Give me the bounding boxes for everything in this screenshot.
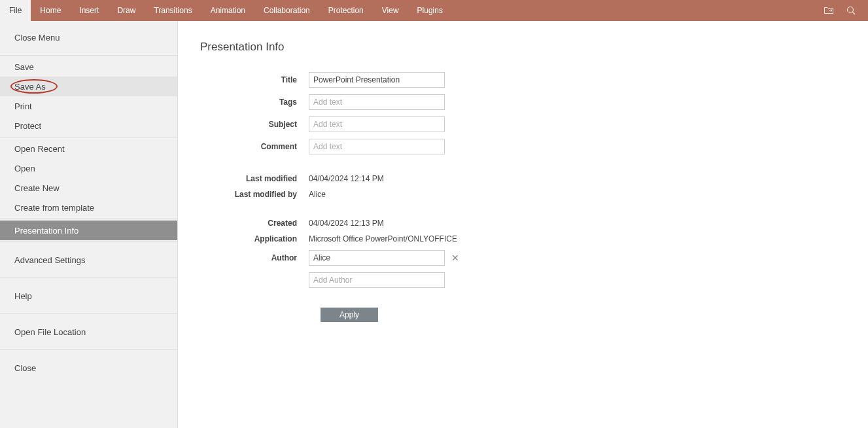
apply-button[interactable]: Apply: [321, 308, 378, 322]
ribbon-tab-insert[interactable]: Insert: [70, 0, 108, 21]
remove-author-icon[interactable]: ✕: [450, 253, 460, 263]
menu-presentation-info[interactable]: Presentation Info: [0, 221, 177, 240]
menu-create-from-template[interactable]: Create from template: [0, 198, 177, 217]
menu-save-as-label: Save As: [14, 82, 46, 92]
menu-print[interactable]: Print: [0, 96, 177, 116]
input-title[interactable]: [309, 72, 445, 88]
label-subject: Subject: [200, 120, 309, 129]
value-last-modified-by: Alice: [309, 190, 326, 199]
label-title: Title: [200, 75, 309, 84]
row-title: Title: [200, 72, 846, 88]
label-last-modified-by: Last modified by: [200, 190, 309, 199]
menu-separator: [0, 219, 177, 219]
menu-open[interactable]: Open: [0, 158, 177, 178]
label-application: Application: [200, 234, 309, 243]
ribbon-tab-file[interactable]: File: [0, 0, 31, 21]
row-last-modified-by: Last modified by Alice: [200, 190, 846, 199]
row-created: Created 04/04/2024 12:13 PM: [200, 219, 846, 228]
menu-protect[interactable]: Protect: [0, 116, 177, 135]
menu-open-file-location[interactable]: Open File Location: [0, 315, 177, 348]
label-comment: Comment: [200, 142, 309, 151]
input-comment[interactable]: [309, 139, 445, 154]
menu-separator: [0, 241, 177, 242]
ribbon: File Home Insert Draw Transitions Animat…: [0, 0, 868, 21]
value-last-modified: 04/04/2024 12:14 PM: [309, 174, 384, 183]
menu-advanced-settings[interactable]: Advanced Settings: [0, 243, 177, 276]
row-application: Application Microsoft Office PowerPoint/…: [200, 234, 846, 243]
svg-point-0: [848, 7, 854, 13]
row-author: Author ✕: [200, 250, 846, 266]
menu-create-new[interactable]: Create New: [0, 178, 177, 198]
menu-help[interactable]: Help: [0, 279, 177, 312]
row-subject: Subject: [200, 116, 846, 132]
menu-separator: [0, 137, 177, 137]
ribbon-tab-protection[interactable]: Protection: [319, 0, 373, 21]
value-application: Microsoft Office PowerPoint/ONLYOFFICE: [309, 234, 457, 243]
input-author[interactable]: [309, 250, 445, 266]
ribbon-tab-animation[interactable]: Animation: [201, 0, 254, 21]
label-tags: Tags: [200, 98, 309, 107]
ribbon-right-tools: [824, 0, 868, 21]
menu-open-recent[interactable]: Open Recent: [0, 139, 177, 158]
ribbon-tab-view[interactable]: View: [373, 0, 408, 21]
label-created: Created: [200, 219, 309, 228]
ribbon-tab-plugins[interactable]: Plugins: [408, 0, 452, 21]
menu-close[interactable]: Close: [0, 351, 177, 384]
value-created: 04/04/2024 12:13 PM: [309, 219, 384, 228]
label-last-modified: Last modified: [200, 174, 309, 183]
menu-separator: [0, 349, 177, 350]
row-last-modified: Last modified 04/04/2024 12:14 PM: [200, 174, 846, 183]
menu-separator: [0, 55, 177, 56]
main-area: Close Menu Save Save As Print Protect Op…: [0, 21, 868, 428]
ribbon-tab-draw[interactable]: Draw: [108, 0, 145, 21]
menu-save-as[interactable]: Save As: [0, 77, 177, 96]
page-title: Presentation Info: [200, 41, 846, 54]
ribbon-tab-collaboration[interactable]: Collaboration: [254, 0, 319, 21]
open-file-location-icon[interactable]: [824, 5, 834, 16]
menu-close-menu[interactable]: Close Menu: [0, 21, 177, 54]
ribbon-tab-transitions[interactable]: Transitions: [145, 0, 201, 21]
row-tags: Tags: [200, 94, 846, 110]
row-add-author: [200, 272, 846, 288]
search-icon[interactable]: [846, 5, 856, 16]
menu-save[interactable]: Save: [0, 57, 177, 77]
menu-separator: [0, 277, 177, 278]
label-author: Author: [200, 253, 309, 262]
content-panel: Presentation Info Title Tags Subject Com…: [178, 21, 868, 428]
input-subject[interactable]: [309, 116, 445, 132]
svg-line-1: [853, 12, 856, 15]
ribbon-tab-home[interactable]: Home: [31, 0, 70, 21]
file-menu-sidebar: Close Menu Save Save As Print Protect Op…: [0, 21, 178, 428]
input-tags[interactable]: [309, 94, 445, 110]
menu-separator: [0, 313, 177, 314]
input-add-author[interactable]: [309, 272, 445, 288]
row-comment: Comment: [200, 139, 846, 154]
